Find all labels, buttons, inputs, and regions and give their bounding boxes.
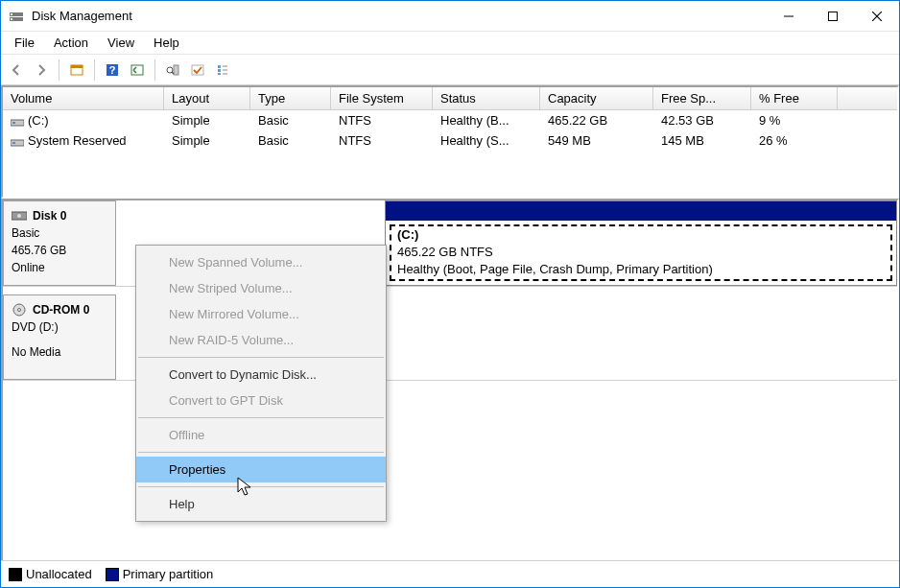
show-hide-console-button[interactable] bbox=[65, 59, 88, 82]
volume-free: 42.53 GB bbox=[653, 112, 751, 129]
volume-row[interactable]: (C:) Simple Basic NTFS Healthy (B... 465… bbox=[3, 110, 897, 130]
partition-body: (C:) 465.22 GB NTFS Healthy (Boot, Page … bbox=[386, 221, 896, 285]
volume-list-body: (C:) Simple Basic NTFS Healthy (B... 465… bbox=[3, 110, 897, 197]
drive-icon bbox=[11, 136, 24, 146]
column-filesystem[interactable]: File System bbox=[331, 87, 433, 109]
partition-c[interactable]: (C:) 465.22 GB NTFS Healthy (Boot, Page … bbox=[385, 200, 897, 286]
volume-capacity: 549 MB bbox=[540, 132, 653, 149]
svg-rect-17 bbox=[218, 65, 221, 68]
menu-separator bbox=[138, 357, 384, 358]
volume-name-text: System Reserved bbox=[28, 133, 127, 148]
help-button[interactable]: ? bbox=[101, 59, 124, 82]
menu-offline[interactable]: Offline bbox=[136, 422, 386, 448]
context-menu: New Spanned Volume... New Striped Volume… bbox=[135, 245, 387, 522]
column-type[interactable]: Type bbox=[250, 87, 331, 109]
menu-new-spanned-volume[interactable]: New Spanned Volume... bbox=[136, 249, 386, 275]
close-button[interactable] bbox=[855, 1, 899, 32]
list-button[interactable] bbox=[211, 59, 234, 82]
toolbar-button[interactable] bbox=[186, 59, 209, 82]
svg-rect-2 bbox=[11, 13, 12, 15]
settings-button[interactable] bbox=[161, 59, 184, 82]
volume-layout: Simple bbox=[164, 132, 250, 149]
disk-status: Online bbox=[12, 259, 107, 276]
maximize-button[interactable] bbox=[811, 1, 855, 32]
disk-name: Disk 0 bbox=[12, 207, 107, 224]
minimize-button[interactable] bbox=[767, 1, 811, 32]
volume-fs: NTFS bbox=[331, 132, 433, 149]
svg-rect-18 bbox=[218, 69, 221, 72]
window-title: Disk Management bbox=[32, 9, 767, 23]
volume-name-text: (C:) bbox=[28, 113, 49, 128]
menu-new-mirrored-volume[interactable]: New Mirrored Volume... bbox=[136, 301, 386, 327]
menu-action[interactable]: Action bbox=[44, 34, 98, 52]
svg-rect-16 bbox=[192, 65, 203, 75]
column-freespace[interactable]: Free Sp... bbox=[653, 87, 751, 109]
forward-button[interactable] bbox=[30, 59, 53, 82]
disk-status: No Media bbox=[12, 343, 107, 361]
disk-size: 465.76 GB bbox=[12, 242, 107, 259]
menu-new-striped-volume[interactable]: New Striped Volume... bbox=[136, 275, 386, 301]
svg-rect-3 bbox=[11, 18, 12, 20]
menu-help[interactable]: Help bbox=[136, 491, 386, 517]
disk-drive: DVD (D:) bbox=[12, 318, 107, 336]
svg-rect-12 bbox=[131, 65, 143, 75]
legend: Unallocated Primary partition bbox=[1, 560, 899, 587]
toolbar-separator bbox=[59, 59, 59, 81]
menubar: File Action View Help bbox=[1, 32, 899, 55]
swatch-icon bbox=[9, 568, 22, 581]
toolbar-separator bbox=[94, 59, 95, 81]
partition-status: Healthy (Boot, Page File, Crash Dump, Pr… bbox=[397, 261, 885, 278]
menu-separator bbox=[138, 486, 384, 487]
legend-primary-partition: Primary partition bbox=[106, 567, 214, 581]
volume-list-header: Volume Layout Type File System Status Ca… bbox=[3, 87, 897, 110]
volume-layout: Simple bbox=[164, 112, 250, 129]
drive-icon bbox=[11, 116, 24, 126]
volume-pct: 9 % bbox=[751, 112, 838, 129]
menu-help[interactable]: Help bbox=[144, 34, 189, 52]
column-capacity[interactable]: Capacity bbox=[540, 87, 653, 109]
disk-info[interactable]: CD-ROM 0 DVD (D:) No Media bbox=[3, 294, 116, 380]
cdrom-icon bbox=[12, 302, 27, 318]
legend-unallocated: Unallocated bbox=[9, 567, 92, 581]
menu-convert-to-dynamic[interactable]: Convert to Dynamic Disk... bbox=[136, 362, 386, 388]
menu-view[interactable]: View bbox=[98, 34, 144, 52]
menu-convert-to-gpt[interactable]: Convert to GPT Disk bbox=[136, 388, 386, 413]
menu-properties[interactable]: Properties bbox=[136, 457, 386, 482]
volume-status: Healthy (S... bbox=[433, 132, 540, 149]
menu-new-raid5-volume[interactable]: New RAID-5 Volume... bbox=[136, 327, 386, 353]
column-pctfree[interactable]: % Free bbox=[751, 87, 838, 109]
volume-status: Healthy (B... bbox=[433, 112, 540, 129]
menu-separator bbox=[138, 417, 384, 418]
menu-file[interactable]: File bbox=[5, 34, 44, 52]
back-button[interactable] bbox=[5, 59, 28, 82]
svg-rect-26 bbox=[12, 142, 15, 144]
disk-management-window: Disk Management File Action View Help ? … bbox=[0, 0, 900, 588]
column-layout[interactable]: Layout bbox=[164, 87, 250, 109]
column-volume[interactable]: Volume bbox=[3, 87, 164, 109]
svg-rect-19 bbox=[218, 73, 221, 75]
hdd-icon bbox=[12, 210, 27, 222]
svg-rect-5 bbox=[829, 12, 838, 20]
disk-info[interactable]: Disk 0 Basic 465.76 GB Online bbox=[3, 200, 116, 286]
volume-name: (C:) bbox=[3, 112, 164, 129]
swatch-icon bbox=[106, 568, 119, 581]
svg-rect-13 bbox=[174, 65, 178, 75]
partition-size: 465.22 GB NTFS bbox=[397, 244, 885, 261]
svg-point-28 bbox=[17, 214, 21, 218]
volume-capacity: 465.22 GB bbox=[540, 112, 653, 129]
volume-fs: NTFS bbox=[331, 112, 433, 129]
svg-rect-9 bbox=[71, 65, 83, 68]
svg-text:?: ? bbox=[109, 64, 116, 76]
disk-name: CD-ROM 0 bbox=[12, 301, 107, 318]
column-status[interactable]: Status bbox=[433, 87, 540, 109]
svg-point-30 bbox=[18, 308, 21, 311]
volume-type: Basic bbox=[250, 112, 331, 129]
window-controls bbox=[767, 1, 899, 32]
volume-row[interactable]: System Reserved Simple Basic NTFS Health… bbox=[3, 130, 897, 151]
disk-type: Basic bbox=[12, 224, 107, 242]
volume-type: Basic bbox=[250, 132, 331, 149]
menu-separator bbox=[138, 452, 384, 453]
volume-name: System Reserved bbox=[3, 132, 164, 149]
partition-colorbar bbox=[386, 201, 896, 221]
toolbar-button[interactable] bbox=[126, 59, 149, 82]
